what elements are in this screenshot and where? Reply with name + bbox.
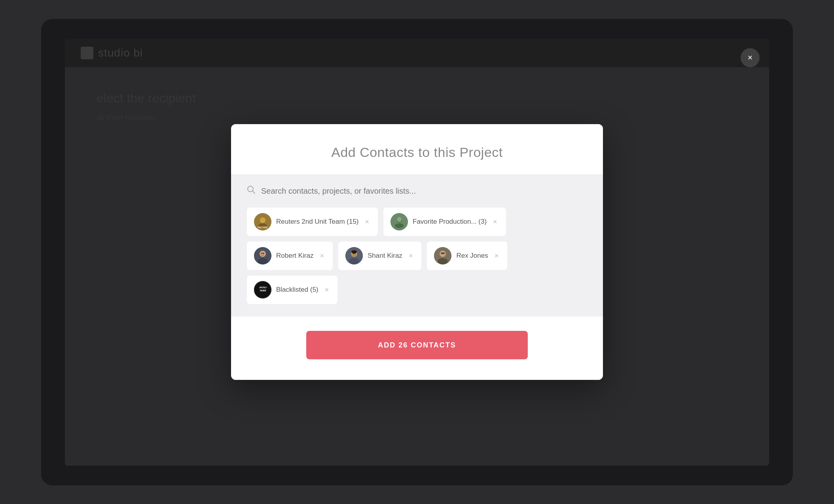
tag-avatar-favorite xyxy=(390,213,408,230)
tag-reuters[interactable]: REUTERS Reuters 2nd Unit Team (15) × xyxy=(247,208,378,236)
svg-point-10 xyxy=(397,217,402,222)
tag-favorite[interactable]: Favorite Production... (3) × xyxy=(383,208,506,236)
modal-title: Add Contacts to this Project xyxy=(255,145,579,160)
tag-avatar-rex xyxy=(434,247,451,264)
svg-text:REUTERS: REUTERS xyxy=(258,226,268,228)
tags-grid: REUTERS Reuters 2nd Unit Team (15) × xyxy=(247,208,587,304)
tag-robert[interactable]: Robert Kiraz × xyxy=(247,242,333,270)
tag-avatar-shant xyxy=(345,247,363,264)
svg-point-5 xyxy=(261,217,265,221)
search-box xyxy=(247,185,587,196)
svg-point-13 xyxy=(258,258,268,264)
tag-remove-reuters[interactable]: × xyxy=(364,217,371,226)
tag-label-robert: Robert Kiraz xyxy=(276,252,313,260)
tag-label-shant: Shant Kiraz xyxy=(368,252,402,260)
modal: Add Contacts to this Project xyxy=(231,124,603,380)
search-icon xyxy=(247,185,256,196)
search-input[interactable] xyxy=(261,187,587,196)
tag-remove-shant[interactable]: × xyxy=(407,251,415,260)
svg-line-1 xyxy=(253,191,255,194)
svg-point-16 xyxy=(263,253,264,254)
screen-close-button[interactable]: × xyxy=(741,48,760,67)
modal-search-area: REUTERS Reuters 2nd Unit Team (15) × xyxy=(231,174,603,317)
tag-shant[interactable]: Shant Kiraz × xyxy=(338,242,421,270)
tag-label-rex: Rex Jones xyxy=(456,252,488,260)
tag-remove-robert[interactable]: × xyxy=(318,251,326,260)
svg-point-15 xyxy=(262,253,263,254)
tag-blacklisted[interactable]: JACKLI STUDIOS Blacklisted (5) × xyxy=(247,276,337,304)
tag-label-blacklisted: Blacklisted (5) xyxy=(276,286,318,294)
svg-text:JACKLI: JACKLI xyxy=(259,286,267,289)
svg-point-26 xyxy=(438,258,448,264)
tag-avatar-blacklisted: JACKLI STUDIOS xyxy=(254,281,271,298)
tag-avatar-reuters: REUTERS xyxy=(254,213,271,230)
tag-rex[interactable]: Rex Jones × xyxy=(427,242,507,270)
modal-header: Add Contacts to this Project xyxy=(231,124,603,174)
tag-label-reuters: Reuters 2nd Unit Team (15) xyxy=(276,218,359,226)
tag-label-favorite: Favorite Production... (3) xyxy=(413,218,487,226)
tag-remove-favorite[interactable]: × xyxy=(491,217,499,226)
screen: studio bi elect the recipient all sheet … xyxy=(65,39,769,466)
tag-avatar-robert xyxy=(254,247,271,264)
svg-point-19 xyxy=(349,258,359,264)
modal-backdrop: Add Contacts to this Project xyxy=(65,39,769,466)
tag-remove-blacklisted[interactable]: × xyxy=(323,285,331,294)
tag-remove-rex[interactable]: × xyxy=(493,251,500,260)
svg-point-23 xyxy=(351,250,357,253)
laptop-shell: studio bi elect the recipient all sheet … xyxy=(41,19,793,485)
add-contacts-button[interactable]: ADD 26 CONTACTS xyxy=(306,331,528,359)
svg-text:STUDIOS: STUDIOS xyxy=(260,289,266,292)
svg-point-9 xyxy=(395,223,404,228)
modal-footer: ADD 26 CONTACTS xyxy=(231,317,603,380)
